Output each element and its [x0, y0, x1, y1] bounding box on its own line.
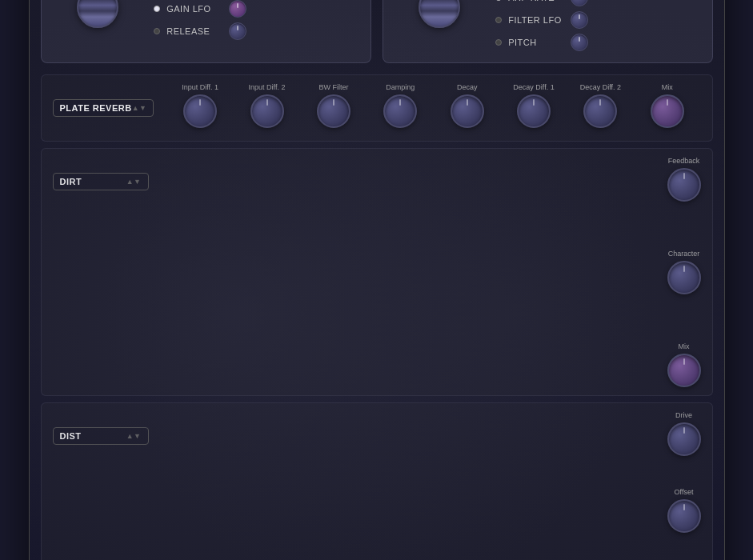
dist-knobs: Drive Offset Character Mix [162, 411, 701, 560]
inputdiff1-label: Input Diff. 1 [182, 83, 218, 91]
dirt-select-area: DIRT ▲▼ [53, 157, 149, 190]
release-dot[interactable] [154, 28, 160, 34]
plate-reverb-name: PLATE REVERB [60, 103, 132, 113]
decaydiff2-label: Decay Diff. 2 [580, 83, 621, 91]
knob-col-decaydiff2: Decay Diff. 2 [567, 83, 634, 128]
dirt-select[interactable]: DIRT ▲▼ [53, 173, 149, 190]
knob-col-inputdiff1: Input Diff. 1 [166, 83, 233, 128]
character-dirt-label: Character [668, 250, 700, 258]
knob-col-bwfilter: BW Filter [300, 83, 366, 128]
knob-col-decay: Decay [434, 83, 500, 128]
expression-1-knob[interactable] [77, 0, 118, 28]
pitch-dot[interactable] [495, 39, 502, 46]
knob-col-mix-dirt: Mix [667, 342, 701, 387]
main-window: Pad City MAIN ARP EFFECTS MOD Closer Clo… [29, 0, 725, 560]
dirt-header: DIRT ▲▼ Feedback Character Mix [53, 157, 701, 387]
decay-label: Decay [457, 83, 478, 91]
decaydiff1-label: Decay Diff. 1 [513, 83, 554, 91]
expression-1-params: CUTOFF DRIVE GAIN LFO [154, 0, 246, 40]
dirt-arrows: ▲▼ [126, 178, 142, 186]
damping-label: Damping [386, 83, 415, 91]
bwfilter-label: BW Filter [318, 83, 348, 91]
mix-reverb-label: Mix [662, 83, 673, 91]
select-arrows: ▲▼ [132, 104, 147, 112]
character-dirt-knob[interactable] [667, 261, 701, 294]
main-content: EXPRESSION 1 CUTOFF DRIVE [30, 0, 724, 560]
gainlfo-dot[interactable] [154, 6, 160, 12]
inputdiff2-label: Input Diff. 2 [249, 83, 286, 91]
mix-dirt-label: Mix [679, 342, 690, 350]
dist-header: DIST ▲▼ Drive Offset Character [53, 411, 701, 560]
param-row-arprate: ARP RATE [495, 0, 588, 6]
bwfilter-knob[interactable] [317, 94, 350, 128]
plate-reverb-select[interactable]: PLATE REVERB ▲▼ [53, 99, 154, 117]
expression-2-params: PITCH LFO REVERB ARP RATE [495, 0, 588, 51]
gainlfo-label: GAIN LFO [166, 4, 222, 14]
knob-col-offset: Offset [667, 488, 701, 533]
expression-1-left: EXPRESSION 1 [54, 0, 142, 28]
arprate-knob[interactable] [571, 0, 588, 6]
knob-col-feedback: Feedback [667, 157, 701, 202]
offset-label: Offset [675, 488, 694, 496]
filterlfo-label: FILTER LFO [508, 15, 564, 25]
dist-name: DIST [60, 431, 82, 441]
filterlfo-knob[interactable] [571, 11, 588, 29]
filterlfo-dot[interactable] [495, 17, 502, 23]
plate-reverb-section: PLATE REVERB ▲▼ Input Diff. 1 Input Diff… [41, 74, 713, 142]
feedback-label: Feedback [668, 157, 700, 165]
knob-col-mix-reverb: Mix [634, 83, 700, 128]
decay-knob[interactable] [451, 94, 484, 128]
plate-reverb-labels: Input Diff. 1 Input Diff. 2 BW Filter [166, 83, 700, 128]
pitch-label: PITCH [508, 38, 564, 47]
plate-reverb-header: PLATE REVERB ▲▼ Input Diff. 1 Input Diff… [53, 83, 701, 133]
release-knob[interactable] [229, 22, 246, 40]
expressions-row: EXPRESSION 1 CUTOFF DRIVE [41, 0, 713, 63]
knob-col-damping: Damping [367, 83, 434, 128]
feedback-knob[interactable] [667, 168, 701, 202]
dirt-section: DIRT ▲▼ Feedback Character Mix [41, 148, 713, 396]
expression-1-panel: EXPRESSION 1 CUTOFF DRIVE [41, 0, 371, 63]
mix-dirt-knob[interactable] [667, 354, 701, 387]
plate-reverb-knobs: Input Diff. 1 Input Diff. 2 BW Filter [166, 83, 700, 133]
decaydiff1-knob[interactable] [517, 94, 551, 128]
knob-col-character-dirt: Character [667, 250, 701, 294]
knob-col-drive: Drive [667, 411, 701, 456]
expression-2-panel: EXPRESSION 2 PITCH LFO REVERB [383, 0, 713, 63]
dist-select-area: DIST ▲▼ [53, 411, 149, 445]
drive-dist-label: Drive [675, 411, 692, 419]
inputdiff2-knob[interactable] [250, 94, 284, 128]
knob-col-decaydiff1: Decay Diff. 1 [500, 83, 567, 128]
arprate-label: ARP RATE [508, 0, 564, 2]
damping-knob[interactable] [383, 94, 417, 128]
offset-knob[interactable] [667, 499, 701, 533]
expression-2-left: EXPRESSION 2 [396, 0, 483, 28]
param-row-pitch: PITCH [495, 34, 588, 51]
dirt-knobs: Feedback Character Mix [162, 157, 701, 387]
release-label: RELEASE [166, 26, 222, 36]
decaydiff2-knob[interactable] [583, 94, 617, 128]
plate-reverb-select-area: PLATE REVERB ▲▼ [53, 83, 154, 117]
dist-select[interactable]: DIST ▲▼ [53, 427, 149, 445]
arprate-dot[interactable] [495, 0, 502, 1]
param-row-gainlfo: GAIN LFO [154, 0, 246, 18]
mix-reverb-knob[interactable] [651, 94, 684, 128]
drive-dist-knob[interactable] [667, 422, 701, 456]
dist-section: DIST ▲▼ Drive Offset Character [41, 402, 713, 560]
pitch-knob[interactable] [571, 34, 588, 51]
dist-arrows: ▲▼ [126, 432, 142, 440]
param-row-release: RELEASE [154, 22, 246, 40]
knob-col-inputdiff2: Input Diff. 2 [234, 83, 300, 128]
inputdiff1-knob[interactable] [183, 94, 217, 128]
gainlfo-knob[interactable] [229, 0, 246, 18]
dirt-name: DIRT [60, 177, 82, 186]
expression-2-knob[interactable] [419, 0, 460, 28]
param-row-filterlfo: FILTER LFO [495, 11, 588, 29]
